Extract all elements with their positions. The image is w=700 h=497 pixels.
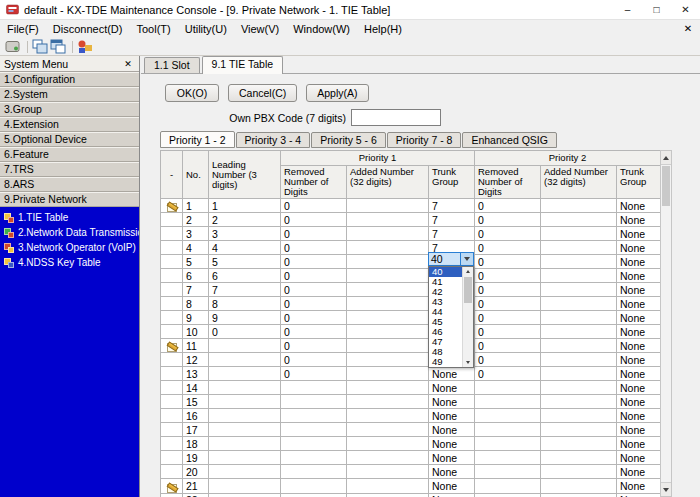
cell-p1-trunk[interactable]: 7 [429, 227, 475, 241]
cell-no[interactable]: 15 [183, 395, 209, 409]
sidebar-subitem-tie-table[interactable]: 1.TIE Table [0, 210, 139, 225]
cell-p2-added[interactable] [541, 409, 617, 423]
tab-9-1-tie-table[interactable]: 9.1 TIE Table [202, 56, 284, 74]
menu-item-disconnect[interactable]: Disconnect(D) [46, 20, 130, 38]
cell-p2-added[interactable] [541, 451, 617, 465]
cell-p1-added[interactable] [347, 437, 429, 451]
cell-no[interactable]: 8 [183, 297, 209, 311]
cell-p1-trunk[interactable]: None [429, 395, 475, 409]
trunk-group-combobox[interactable]: 40 [428, 252, 474, 266]
row-edit-cell[interactable] [161, 297, 183, 311]
dropdown-scroll-down-icon[interactable] [463, 358, 473, 367]
cell-leading[interactable]: 0 [209, 325, 281, 339]
cell-no[interactable]: 5 [183, 255, 209, 269]
cell-p2-trunk[interactable]: None [617, 465, 661, 479]
cell-no[interactable]: 10 [183, 325, 209, 339]
cell-p2-trunk[interactable]: None [617, 199, 661, 213]
cell-p1-removed[interactable]: 0 [281, 325, 347, 339]
table-vertical-scrollbar[interactable] [660, 150, 672, 497]
cell-leading[interactable] [209, 353, 281, 367]
dropdown-scrollbar[interactable] [462, 267, 473, 367]
cell-p2-removed[interactable]: 0 [475, 227, 541, 241]
cell-p2-removed[interactable]: 0 [475, 311, 541, 325]
cell-p2-trunk[interactable]: None [617, 311, 661, 325]
cell-no[interactable]: 6 [183, 269, 209, 283]
cell-p1-added[interactable] [347, 311, 429, 325]
sidebar-item-group[interactable]: 3.Group [0, 102, 139, 117]
cell-no[interactable]: 3 [183, 227, 209, 241]
cell-p2-trunk[interactable]: None [617, 451, 661, 465]
cell-p1-trunk[interactable]: None [429, 423, 475, 437]
cell-leading[interactable] [209, 493, 281, 497]
cell-leading[interactable] [209, 465, 281, 479]
cell-leading[interactable]: 7 [209, 283, 281, 297]
cell-leading[interactable] [209, 367, 281, 381]
row-edit-cell[interactable] [161, 409, 183, 423]
sidebar-item-extension[interactable]: 4.Extension [0, 117, 139, 132]
cell-leading[interactable] [209, 409, 281, 423]
cell-p1-added[interactable] [347, 409, 429, 423]
window-copy-icon[interactable] [32, 39, 48, 54]
cell-p2-trunk[interactable]: None [617, 255, 661, 269]
cell-no[interactable]: 13 [183, 367, 209, 381]
cell-p1-trunk[interactable]: 7 [429, 213, 475, 227]
menu-item-view[interactable]: View(V) [234, 20, 286, 38]
cell-p1-added[interactable] [347, 283, 429, 297]
cell-p2-added[interactable] [541, 325, 617, 339]
cell-p1-trunk[interactable]: None [429, 479, 475, 493]
cell-leading[interactable] [209, 339, 281, 353]
cell-p2-trunk[interactable]: None [617, 241, 661, 255]
cell-p2-added[interactable] [541, 339, 617, 353]
cell-p1-removed[interactable] [281, 395, 347, 409]
cell-no[interactable]: 7 [183, 283, 209, 297]
dropdown-scrollbar-thumb[interactable] [464, 277, 472, 303]
cell-p1-removed[interactable] [281, 493, 347, 497]
cell-p2-added[interactable] [541, 395, 617, 409]
cell-p2-removed[interactable]: 0 [475, 325, 541, 339]
cell-p2-added[interactable] [541, 437, 617, 451]
row-edit-cell[interactable] [161, 395, 183, 409]
own-pbx-input[interactable] [351, 109, 441, 126]
cell-p1-added[interactable] [347, 493, 429, 497]
cell-p1-added[interactable] [347, 479, 429, 493]
scrollbar-thumb[interactable] [662, 166, 670, 206]
sidebar-close-icon[interactable]: ✕ [121, 59, 135, 69]
cell-p1-added[interactable] [347, 213, 429, 227]
cell-p1-trunk[interactable]: None [429, 381, 475, 395]
cell-p1-removed[interactable]: 0 [281, 367, 347, 381]
row-edit-cell[interactable] [161, 437, 183, 451]
sidebar-subitem-network-data-transmission[interactable]: 2.Network Data Transmission [0, 225, 139, 240]
cell-p2-trunk[interactable]: None [617, 297, 661, 311]
cell-leading[interactable] [209, 423, 281, 437]
cell-p2-removed[interactable]: 0 [475, 269, 541, 283]
cell-p1-added[interactable] [347, 339, 429, 353]
cell-p2-added[interactable] [541, 493, 617, 497]
row-edit-cell[interactable] [161, 283, 183, 297]
maximize-icon[interactable]: □ [642, 0, 671, 19]
cell-p2-removed[interactable]: 0 [475, 367, 541, 381]
sidebar-item-configuration[interactable]: 1.Configuration [0, 72, 139, 87]
row-edit-cell[interactable] [161, 269, 183, 283]
window-cascade-icon[interactable] [50, 39, 66, 54]
cell-no[interactable]: 1 [183, 199, 209, 213]
cell-p1-trunk[interactable]: None [429, 409, 475, 423]
cell-no[interactable]: 18 [183, 437, 209, 451]
cell-p1-removed[interactable]: 0 [281, 227, 347, 241]
cell-no[interactable]: 17 [183, 423, 209, 437]
cell-leading[interactable] [209, 451, 281, 465]
cell-p2-added[interactable] [541, 465, 617, 479]
dropdown-option[interactable]: 49 [429, 357, 462, 367]
row-edit-cell[interactable] [161, 199, 183, 213]
cell-leading[interactable]: 5 [209, 255, 281, 269]
row-edit-cell[interactable] [161, 465, 183, 479]
close-icon[interactable]: ✕ [671, 0, 700, 19]
cell-no[interactable]: 9 [183, 311, 209, 325]
menu-item-window[interactable]: Window(W) [286, 20, 357, 38]
cell-no[interactable]: 4 [183, 241, 209, 255]
cell-leading[interactable] [209, 381, 281, 395]
cell-p1-added[interactable] [347, 381, 429, 395]
cell-no[interactable]: 19 [183, 451, 209, 465]
cancel-button[interactable]: Cancel(C) [228, 84, 297, 102]
row-edit-cell[interactable] [161, 241, 183, 255]
profile-icon[interactable] [77, 39, 93, 54]
